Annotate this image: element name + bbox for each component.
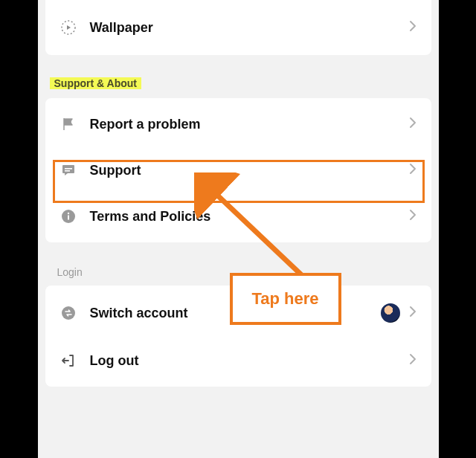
svg-rect-5	[68, 216, 69, 220]
wallpaper-icon	[60, 19, 77, 36]
row-label: Switch account	[90, 306, 381, 321]
svg-point-7	[62, 306, 75, 320]
row-label: Log out	[90, 353, 409, 369]
row-report-problem[interactable]: Report a problem	[45, 101, 431, 147]
chevron-right-icon	[409, 209, 416, 224]
logout-icon	[60, 352, 77, 369]
switch-icon	[60, 305, 77, 321]
chevron-right-icon	[409, 20, 416, 35]
chevron-right-icon	[409, 353, 416, 368]
row-wallpaper[interactable]: Wallpaper	[45, 4, 431, 51]
svg-marker-1	[67, 25, 71, 30]
settings-screen: Wallpaper Support & About Report a probl…	[38, 0, 439, 458]
avatar	[381, 303, 400, 323]
chat-icon	[60, 162, 77, 178]
row-label: Wallpaper	[90, 20, 409, 36]
section-header-support: Support & About	[50, 77, 141, 89]
chevron-right-icon	[409, 117, 416, 132]
row-log-out[interactable]: Log out	[45, 338, 431, 384]
flag-icon	[60, 116, 77, 132]
section-header-login: Login	[50, 266, 87, 278]
card-login: Switch account Log out	[45, 286, 431, 387]
chevron-right-icon	[409, 163, 416, 178]
card-top: Wallpaper	[45, 0, 431, 55]
card-support: Report a problem Support Terms and Polic…	[45, 98, 431, 242]
svg-rect-3	[65, 170, 70, 172]
row-support[interactable]: Support	[45, 147, 431, 193]
row-label: Terms and Policies	[90, 209, 409, 225]
chevron-right-icon	[409, 306, 416, 320]
row-label: Support	[90, 163, 409, 178]
info-icon	[60, 208, 77, 225]
row-label: Report a problem	[90, 117, 409, 132]
svg-point-6	[67, 213, 68, 214]
row-terms-policies[interactable]: Terms and Policies	[45, 193, 431, 239]
row-switch-account[interactable]: Switch account	[45, 288, 431, 338]
svg-rect-2	[65, 168, 72, 170]
